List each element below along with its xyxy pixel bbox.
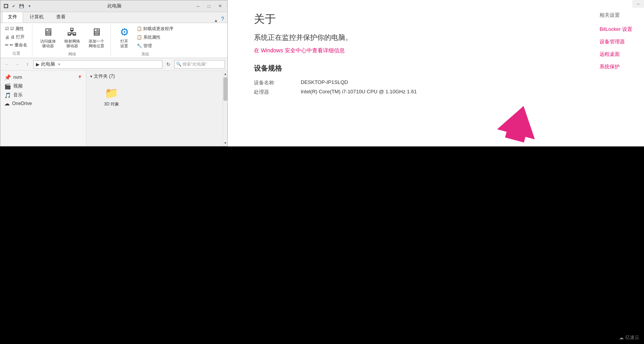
folder-header: ▾ 文件夹 (7) <box>86 71 227 82</box>
breadcrumb-path: 此电脑 <box>41 61 55 68</box>
onedrive-label: OneDrive <box>12 101 32 106</box>
search-bar[interactable]: 🔍 搜索"此电脑" <box>174 60 225 69</box>
folder-count-label: 文件夹 (7) <box>94 73 115 80</box>
file-grid: 📁 3D 对象 <box>86 82 227 112</box>
bottom-area: ☁ 亿速云 <box>0 146 644 344</box>
help-button[interactable]: ? <box>218 15 227 23</box>
ribbon-collapse-button[interactable]: ▲ <box>214 18 218 23</box>
device-name-value: DESKTOP-IP1SLQD <box>301 79 348 86</box>
spec-row-processor: 处理器 Intel(R) Core(TM) i7-10710U CPU @ 1.… <box>254 89 624 96</box>
close-button[interactable]: ✕ <box>215 2 225 10</box>
3d-objects-icon: 📁 <box>105 87 118 100</box>
scrollbar-down[interactable]: ▼ <box>223 140 227 146</box>
spec-row-device-name: 设备名称 DESKTOP-IP1SLQD <box>254 79 624 86</box>
open-settings-button[interactable]: ⚙ 打开设置 <box>116 25 133 50</box>
add-network-button[interactable]: 🖥 添加一个网络位置 <box>86 25 107 50</box>
properties-label: ☑ 属性 <box>10 26 24 32</box>
rename-label: ✏ 重命名 <box>10 42 27 48</box>
system-sub-buttons: 📋 卸载或更改程序 📋 系统属性 🔧 管理 <box>135 25 175 50</box>
settings-icon: ⚙ <box>120 26 129 38</box>
video-label: 视频 <box>13 83 23 89</box>
window-title: 此电脑 <box>36 3 193 9</box>
related-settings: 相关设置 BitLocker 设置 设备管理器 远程桌面 系统保护 <box>599 12 632 70</box>
uninstall-icon: 📋 <box>137 26 142 31</box>
system-buttons: ⚙ 打开设置 📋 卸载或更改程序 📋 系统属性 🔧 <box>116 25 175 50</box>
manage-button[interactable]: 🔧 管理 <box>135 42 175 50</box>
properties-icon: ☑ <box>5 26 9 31</box>
sys-properties-icon: 📋 <box>137 35 142 40</box>
processor-value: Intel(R) Core(TM) i7-10710U CPU @ 1.10GH… <box>301 89 417 96</box>
location-buttons: ☑ ☑ 属性 🖨 🖨 打开 ✏ ✏ 重命名 <box>4 25 29 49</box>
search-placeholder: 搜索"此电脑" <box>182 61 207 67</box>
uninstall-label: 卸载或更改程序 <box>143 26 173 32</box>
processor-label: 处理器 <box>254 89 301 96</box>
map-network-button[interactable]: 🖧 映射网络驱动器 <box>61 25 83 50</box>
pink-arrow-decoration <box>496 103 542 143</box>
manage-icon: 🔧 <box>137 43 142 48</box>
back-button[interactable]: ← <box>3 60 11 69</box>
device-name-label: 设备名称 <box>254 79 301 86</box>
quick-access-icon-4[interactable]: ▾ <box>26 3 32 9</box>
ribbon-group-system: ⚙ 打开设置 📋 卸载或更改程序 📋 系统属性 🔧 <box>116 25 178 56</box>
add-network-icon: 🖥 <box>91 26 102 38</box>
sidebar: 📌 nvm 📍 🎬 视频 🎵 音乐 ☁ OneDrive <box>0 71 86 146</box>
tab-computer[interactable]: 计算机 <box>24 12 50 23</box>
rename-button[interactable]: ✏ ✏ 重命名 <box>4 41 29 49</box>
access-media-button[interactable]: 🖥 访问媒体驱动器 <box>37 25 59 50</box>
access-media-icon: 🖥 <box>43 26 53 38</box>
breadcrumb-icon: ▶ <box>36 62 39 67</box>
sidebar-item-onedrive[interactable]: ☁ OneDrive <box>0 100 86 107</box>
open-icon: 🖨 <box>5 35 9 39</box>
sidebar-item-nvm[interactable]: 📌 nvm 📍 <box>0 73 86 82</box>
remote-desktop-link[interactable]: 远程桌面 <box>599 51 632 58</box>
watermark-icon: ☁ <box>619 335 624 340</box>
rename-icon: ✏ <box>5 43 9 48</box>
scrollbar-thumb[interactable] <box>223 77 227 101</box>
settings-label: 打开设置 <box>120 39 128 48</box>
system-protection-link[interactable]: 系统保护 <box>599 63 632 70</box>
3d-objects-label: 3D 对象 <box>104 101 119 107</box>
bitlocker-link[interactable]: BitLocker 设置 <box>599 26 632 33</box>
properties-button[interactable]: ☑ ☑ 属性 <box>4 25 29 32</box>
open-button[interactable]: 🖨 🖨 打开 <box>4 33 29 41</box>
device-manager-link[interactable]: 设备管理器 <box>599 38 632 45</box>
related-settings-title: 相关设置 <box>599 12 632 19</box>
ribbon-group-location: ☑ ☑ 属性 🖨 🖨 打开 ✏ ✏ 重命名 位置 <box>4 25 32 56</box>
window-controls: ─ □ ✕ <box>193 2 225 10</box>
quick-access-toolbar: 🔲 ✔ 💾 ▾ <box>3 3 32 9</box>
manage-label: 管理 <box>143 43 152 49</box>
settings-title: 关于 <box>254 12 624 27</box>
refresh-button[interactable]: ↻ <box>164 60 173 69</box>
quick-access-icon-1[interactable]: 🔲 <box>3 3 9 9</box>
up-button[interactable]: ↑ <box>23 60 32 69</box>
tab-file[interactable]: 文件 <box>2 12 23 23</box>
map-network-icon: 🖧 <box>67 26 77 38</box>
watermark-text: 亿速云 <box>625 334 639 341</box>
ribbon-tabs: 文件 计算机 查看 ▲ ? <box>0 12 227 23</box>
windows-security-link[interactable]: 在 Windows 安全中心中查看详细信息 <box>254 47 345 54</box>
maximize-button[interactable]: □ <box>204 2 214 10</box>
location-group-label: 位置 <box>12 49 20 56</box>
file-explorer-window: 🔲 ✔ 💾 ▾ 此电脑 ─ □ ✕ 文件 计算机 查看 ▲ ? <box>0 0 228 146</box>
sidebar-item-music[interactable]: 🎵 音乐 <box>0 91 86 100</box>
minimize-button[interactable]: ─ <box>193 2 203 10</box>
sys-properties-label: 系统属性 <box>143 34 161 40</box>
settings-status: 系统正在监控并保护你的电脑。 <box>254 33 624 42</box>
sidebar-item-video[interactable]: 🎬 视频 <box>0 82 86 91</box>
access-media-label: 访问媒体驱动器 <box>40 39 56 48</box>
scrollbar-up[interactable]: ▲ <box>223 71 227 77</box>
quick-access-icon-3[interactable]: 💾 <box>18 3 25 9</box>
folder-toggle[interactable]: ▾ <box>90 74 92 78</box>
ribbon-group-network: 🖥 访问媒体驱动器 🖧 映射网络驱动器 🖥 添加一个网络位置 网络 <box>37 25 111 56</box>
sys-properties-button[interactable]: 📋 系统属性 <box>135 34 175 41</box>
watermark: ☁ 亿速云 <box>619 334 639 341</box>
system-group-label: 系统 <box>141 50 149 57</box>
ribbon-content: ☑ ☑ 属性 🖨 🖨 打开 ✏ ✏ 重命名 位置 <box>0 23 227 58</box>
quick-access-icon-2[interactable]: ✔ <box>11 3 17 9</box>
uninstall-button[interactable]: 📋 卸载或更改程序 <box>135 25 175 32</box>
file-item-3d-objects[interactable]: 📁 3D 对象 <box>90 84 133 109</box>
add-network-label: 添加一个网络位置 <box>89 39 104 48</box>
address-bar[interactable]: ▶ 此电脑 ▾ <box>33 60 162 69</box>
tab-view[interactable]: 查看 <box>50 12 71 23</box>
forward-button[interactable]: → <box>13 60 21 69</box>
